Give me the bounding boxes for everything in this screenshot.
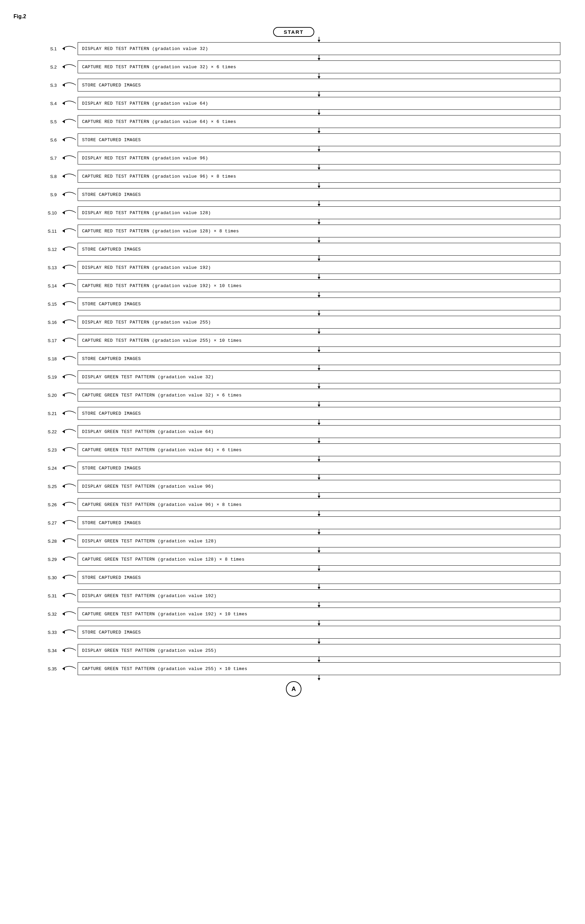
step-label: S.2 [27, 61, 58, 73]
svg-marker-65 [63, 430, 65, 433]
flow-row: S.5 CAPTURE RED TEST PATTERN (gradation … [27, 115, 560, 128]
svg-marker-31 [318, 222, 320, 224]
svg-marker-50 [63, 339, 65, 342]
between-arrow [27, 493, 560, 498]
between-arrow [27, 639, 560, 644]
svg-marker-35 [63, 248, 65, 251]
arrow-line [77, 128, 560, 134]
svg-marker-74 [63, 485, 65, 488]
down-arrow-icon [316, 438, 322, 444]
between-arrow [27, 365, 560, 370]
step-label-text: S.15 [48, 302, 57, 307]
step-label: S.22 [27, 425, 58, 438]
down-arrow-icon [316, 675, 322, 680]
arrow-line [77, 110, 560, 115]
step-connector [58, 134, 77, 146]
svg-marker-52 [318, 350, 320, 352]
step-connector [58, 97, 77, 110]
connector-arrow-icon [58, 206, 77, 219]
connector-arrow-icon [58, 626, 77, 639]
step-connector [58, 626, 77, 639]
flow-row: S.15 STORE CAPTURED IMAGES [27, 297, 560, 310]
connector-arrow-icon [58, 316, 77, 328]
step-label: S.10 [27, 206, 58, 219]
flow-row: S.20 CAPTURE GREEN TEST PATTERN (gradati… [27, 389, 560, 401]
svg-marker-53 [63, 357, 65, 360]
store-step-box: STORE CAPTURED IMAGES [77, 188, 560, 201]
step-connector [58, 535, 77, 548]
arrow-line [77, 438, 560, 444]
arrow-line [77, 238, 560, 243]
svg-marker-73 [318, 477, 320, 480]
step-connector [58, 516, 77, 529]
arrow-line [77, 584, 560, 589]
flow-row: S.33 STORE CAPTURED IMAGES [27, 626, 560, 639]
step-label: S.16 [27, 316, 58, 328]
svg-marker-22 [318, 168, 320, 170]
connector-arrow-icon [58, 535, 77, 548]
step-connector [58, 553, 77, 566]
process-step-box: CAPTURE GREEN TEST PATTERN (gradation va… [77, 607, 560, 620]
svg-marker-82 [318, 532, 320, 535]
connector-arrow-icon [58, 553, 77, 566]
arrow-line [77, 146, 560, 152]
step-label-text: S.19 [48, 375, 57, 380]
svg-marker-17 [63, 138, 65, 142]
step-label: S.32 [27, 607, 58, 620]
step-label-text: S.21 [48, 411, 57, 416]
flow-row: S.14 CAPTURE RED TEST PATTERN (gradation… [27, 279, 560, 292]
process-step-box: DISPLAY GREEN TEST PATTERN (gradation va… [77, 425, 560, 438]
arrow-line [77, 529, 560, 535]
connector-arrow-icon [58, 188, 77, 201]
connector-arrow-icon [58, 334, 77, 347]
process-step-box: CAPTURE RED TEST PATTERN (gradation valu… [77, 61, 560, 73]
step-label-text: S.24 [48, 466, 57, 471]
svg-marker-49 [318, 332, 320, 334]
down-arrow-icon [316, 328, 322, 334]
process-step-box: DISPLAY RED TEST PATTERN (gradation valu… [77, 261, 560, 274]
process-step-box: DISPLAY GREEN TEST PATTERN (gradation va… [77, 370, 560, 383]
process-step-box: DISPLAY GREEN TEST PATTERN (gradation va… [77, 644, 560, 657]
process-step-box: DISPLAY RED TEST PATTERN (gradation valu… [77, 206, 560, 219]
between-arrow [27, 165, 560, 170]
connector-arrow-icon [58, 571, 77, 584]
terminal-circle: A [286, 681, 302, 697]
arrow-line [77, 274, 560, 279]
step-label-text: S.14 [48, 283, 57, 289]
step-connector [58, 334, 77, 347]
svg-marker-100 [318, 642, 320, 644]
svg-marker-64 [318, 423, 320, 425]
step-label: S.4 [27, 97, 58, 110]
svg-marker-56 [63, 375, 65, 379]
flow-row: S.1 DISPLAY RED TEST PATTERN (gradation … [27, 42, 560, 55]
connector-arrow-icon [58, 644, 77, 657]
down-arrow-icon [316, 420, 322, 425]
flow-row: S.2 CAPTURE RED TEST PATTERN (gradation … [27, 61, 560, 73]
svg-marker-23 [63, 175, 65, 178]
flow-row: S.17 CAPTURE RED TEST PATTERN (gradation… [27, 334, 560, 347]
svg-marker-101 [63, 649, 65, 652]
step-label: S.35 [27, 662, 58, 675]
flow-row: S.7 DISPLAY RED TEST PATTERN (gradation … [27, 152, 560, 165]
between-arrow [27, 657, 560, 662]
step-connector [58, 316, 77, 328]
down-arrow-icon [316, 511, 322, 516]
process-step-box: CAPTURE RED TEST PATTERN (gradation valu… [77, 224, 560, 238]
between-arrow [27, 146, 560, 152]
step-label: S.30 [27, 571, 58, 584]
step-label-text: S.18 [48, 356, 57, 361]
step-label-text: S.32 [48, 612, 57, 617]
step-connector [58, 188, 77, 201]
step-connector [58, 297, 77, 310]
down-arrow-icon [316, 165, 322, 170]
process-step-box: DISPLAY RED TEST PATTERN (gradation valu… [77, 42, 560, 55]
arrow-line [77, 292, 560, 297]
store-step-box: STORE CAPTURED IMAGES [77, 462, 560, 475]
process-step-box: DISPLAY GREEN TEST PATTERN (gradation va… [77, 589, 560, 602]
svg-marker-68 [63, 448, 65, 452]
down-arrow-icon [316, 639, 322, 644]
step-label: S.1 [27, 42, 58, 55]
down-arrow-icon [316, 274, 322, 279]
arrow-line [77, 675, 560, 680]
between-arrow [27, 219, 560, 224]
